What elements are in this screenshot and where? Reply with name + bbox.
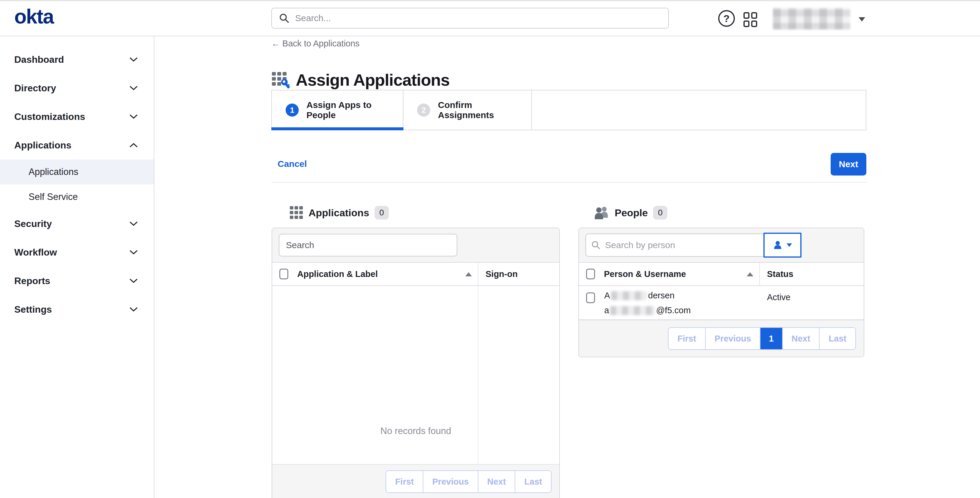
pagination-next-button[interactable]: Next [478, 471, 515, 492]
chevron-up-icon [129, 143, 138, 148]
okta-logo[interactable]: okta [14, 5, 54, 28]
column-person-username[interactable]: Person & Username [604, 269, 686, 279]
sidebar-item-workflow[interactable]: Workflow [0, 238, 154, 267]
assign-applications-icon [271, 70, 290, 89]
global-search-input[interactable] [294, 13, 661, 24]
person-email-suffix: @f5.com [656, 305, 690, 315]
back-to-applications-link[interactable]: ← Back to Applications [271, 39, 360, 48]
person-name-suffix: dersen [648, 291, 675, 300]
user-menu[interactable] [773, 7, 856, 30]
person-row[interactable]: Adersen a@f5.com Active [579, 286, 864, 320]
sidebar-nav: Dashboard Directory Customizations Appli… [0, 36, 154, 498]
person-row-checkbox[interactable] [586, 293, 595, 303]
people-section-title: People [615, 207, 648, 219]
redacted-user-name [773, 8, 850, 29]
chevron-down-icon [129, 57, 138, 62]
sidebar-item-customizations[interactable]: Customizations [0, 102, 154, 131]
tab-label: Assign Apps to People [306, 100, 389, 120]
sidebar-subitem-label: Self Service [29, 192, 78, 202]
applications-search-input[interactable] [279, 234, 457, 256]
sidebar-item-reports[interactable]: Reports [0, 267, 154, 295]
grid-icon [743, 12, 757, 27]
column-sign-on: Sign-on [485, 269, 518, 279]
person-icon [773, 240, 783, 250]
sidebar-item-dashboard[interactable]: Dashboard [0, 45, 154, 74]
applications-pagination: First Previous Next Last [386, 470, 552, 493]
search-icon [279, 13, 289, 23]
applications-section-header: Applications 0 [290, 206, 389, 220]
caret-down-icon [787, 243, 792, 247]
people-search[interactable] [585, 234, 764, 257]
pagination-last-button[interactable]: Last [515, 471, 551, 492]
sidebar-subitem-self-service[interactable]: Self Service [0, 185, 154, 209]
sidebar-subitem-label: Applications [29, 167, 78, 177]
pagination-page-1-button[interactable]: 1 [760, 328, 782, 349]
column-application-label[interactable]: Application & Label [297, 269, 378, 279]
sidebar-item-applications[interactable]: Applications [0, 131, 154, 159]
next-button[interactable]: Next [830, 153, 866, 175]
sidebar-item-security[interactable]: Security [0, 209, 154, 238]
sidebar-item-label: Applications [14, 140, 72, 151]
sidebar-item-settings[interactable]: Settings [0, 295, 154, 324]
sidebar-item-label: Dashboard [14, 54, 64, 65]
applications-table-header: Application & Label Sign-on [272, 263, 559, 286]
person-username: a@f5.com [604, 305, 691, 315]
applications-table-body: No records found [272, 286, 559, 464]
chevron-down-icon [129, 86, 138, 91]
app-switcher-button[interactable] [743, 13, 757, 27]
chevron-down-icon [129, 250, 138, 255]
chevron-down-icon [129, 114, 138, 119]
wizard-tabs: 1 Assign Apps to People 2 Confirm Assign… [271, 90, 866, 130]
pagination-last-button[interactable]: Last [819, 328, 855, 349]
sidebar-item-directory[interactable]: Directory [0, 74, 154, 102]
people-icon [594, 206, 609, 220]
sort-ascending-icon[interactable] [465, 272, 472, 276]
people-section-header: People 0 [594, 206, 667, 220]
sidebar-item-label: Customizations [14, 111, 85, 122]
applications-count-badge: 0 [375, 206, 389, 220]
applications-panel: Application & Label Sign-on No records f… [272, 228, 560, 498]
sidebar-item-label: Workflow [14, 247, 57, 258]
search-icon [592, 241, 600, 250]
chevron-down-icon [129, 221, 138, 226]
pagination-previous-button[interactable]: Previous [423, 471, 478, 492]
help-button[interactable]: ? [718, 10, 735, 27]
person-status: Active [767, 293, 791, 302]
column-divider [478, 286, 479, 464]
chevron-down-icon [129, 307, 138, 312]
pagination-first-button[interactable]: First [668, 328, 705, 349]
window-top-edge [0, 0, 980, 1]
people-panel: Person & Username Status Adersen a@f5.co… [578, 228, 864, 357]
column-divider [478, 263, 479, 285]
pagination-first-button[interactable]: First [386, 471, 423, 492]
people-pagination-footer: First Previous 1 Next Last [579, 320, 864, 357]
people-count-badge: 0 [653, 206, 667, 220]
user-menu-caret-icon[interactable] [859, 17, 865, 21]
applications-toolbar [272, 228, 559, 263]
pagination-previous-button[interactable]: Previous [705, 328, 760, 349]
people-toolbar [579, 228, 864, 263]
people-search-group [585, 232, 802, 258]
sidebar-subitem-applications[interactable]: Applications [0, 159, 154, 185]
column-divider [759, 263, 760, 285]
column-status: Status [767, 269, 794, 279]
sidebar-item-label: Security [14, 218, 52, 229]
applications-section-title: Applications [309, 207, 369, 219]
pagination-next-button[interactable]: Next [782, 328, 819, 349]
step-number-badge: 2 [417, 103, 430, 117]
person-filter-dropdown-button[interactable] [764, 232, 802, 258]
section-divider [271, 182, 866, 183]
page-title: Assign Applications [296, 70, 450, 89]
tab-label: Confirm Assignments [438, 100, 518, 120]
no-records-message: No records found [272, 426, 559, 436]
cancel-link[interactable]: Cancel [278, 159, 307, 169]
chevron-down-icon [129, 278, 138, 283]
people-search-input[interactable] [605, 240, 758, 250]
select-all-applications-checkbox[interactable] [279, 269, 288, 279]
applications-grid-icon [290, 206, 303, 220]
tab-confirm-assignments[interactable]: 2 Confirm Assignments [403, 91, 532, 130]
sort-ascending-icon[interactable] [747, 272, 753, 276]
tab-assign-apps-to-people[interactable]: 1 Assign Apps to People [272, 91, 403, 130]
global-search[interactable] [271, 8, 669, 29]
select-all-people-checkbox[interactable] [586, 269, 595, 279]
